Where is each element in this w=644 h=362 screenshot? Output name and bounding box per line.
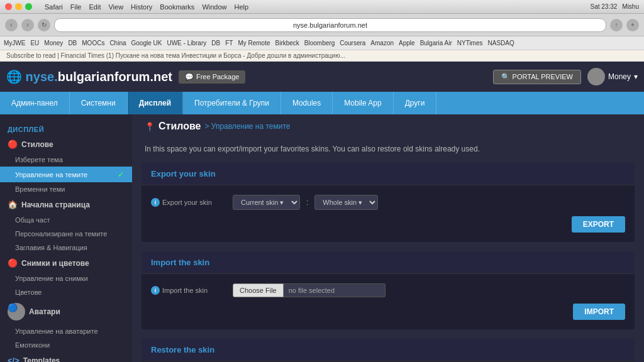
system-user: Mishu: [622, 3, 639, 10]
maximize-button[interactable]: [25, 3, 32, 10]
sidebar-group-homepage[interactable]: 🏠 Начална страница: [0, 196, 132, 213]
sidebar-item-manage-avatars[interactable]: Управление на аватарите: [0, 324, 132, 338]
back-button[interactable]: ‹: [5, 19, 18, 31]
nav-display[interactable]: Дисплей: [128, 92, 183, 114]
sidebar-item-colors[interactable]: Цветове: [0, 285, 132, 299]
export-btn-row: EXPORT: [151, 216, 625, 233]
forward-button[interactable]: ›: [21, 19, 34, 31]
bookmark-bloomberg[interactable]: Bloomberg: [304, 40, 335, 47]
sidebar-item-titles-nav[interactable]: Заглавия & Навигация: [0, 241, 132, 255]
bookmark-coursera[interactable]: Coursera: [340, 40, 365, 47]
code-icon: </>: [8, 356, 19, 362]
free-package-button[interactable]: 💬 Free Package: [179, 70, 245, 84]
menu-help[interactable]: Help: [235, 3, 249, 11]
bookmark-china[interactable]: China: [109, 40, 126, 47]
main-navigation: Админ-панел Системни Дисплей Потребители…: [0, 92, 644, 114]
user-dropdown-icon[interactable]: ▾: [634, 72, 638, 81]
choose-file-button[interactable]: Choose File: [233, 283, 284, 297]
bookmark-db[interactable]: DB: [68, 40, 77, 47]
notification-bar: Subscribe to read | Financial Times (1) …: [0, 50, 644, 62]
bookmark-birkbeck[interactable]: Birkbeck: [275, 40, 299, 47]
sidebar-item-temp-themes[interactable]: Временни теми: [0, 182, 132, 196]
bookmark-ft[interactable]: FT: [225, 40, 233, 47]
bookmark-apple[interactable]: Apple: [399, 40, 415, 47]
logo-text2: bulgarianforum.net: [58, 70, 172, 84]
restore-section: Restore the skin i Възстанови Preview of…: [142, 339, 635, 362]
reload-button[interactable]: ↻: [38, 19, 50, 31]
minimize-button[interactable]: [15, 3, 22, 10]
sidebar-item-general[interactable]: Обща част: [0, 213, 132, 227]
sidebar-group-templates[interactable]: </> Templates: [0, 352, 132, 362]
menu-file[interactable]: File: [70, 3, 82, 11]
home-icon: 🏠: [8, 200, 18, 209]
bookmark-googleuk[interactable]: Google UK: [131, 40, 162, 47]
user-area: Money ▾: [587, 68, 638, 85]
menu-view[interactable]: View: [108, 3, 123, 11]
header-right: 🔍 PORTAL PREVIEW Money ▾: [493, 68, 638, 85]
import-button[interactable]: IMPORT: [573, 304, 625, 320]
avatar: [587, 68, 605, 85]
menu-window[interactable]: Window: [202, 3, 226, 11]
bookmark-db2[interactable]: DB: [211, 40, 220, 47]
bookmark-myremote[interactable]: My Remote: [238, 40, 270, 47]
site-logo: 🌐 nyse.bulgarianforum.net: [6, 69, 172, 84]
close-button[interactable]: [5, 3, 12, 10]
breadcrumb: 📍 Стилове > Управление на темите: [132, 114, 644, 138]
app-menus: Safari File Edit View History Bookmarks …: [45, 3, 248, 11]
export-button[interactable]: EXPORT: [572, 216, 625, 233]
bookmark-moocs[interactable]: MOOCs: [82, 40, 104, 47]
import-section-body: i Import the skin Choose File no file se…: [142, 274, 635, 329]
whole-skin-select[interactable]: Whole skin ▾: [314, 195, 378, 210]
bookmark-bulgariaair[interactable]: Bulgaria Air: [420, 40, 452, 47]
site-header: 🌐 nyse.bulgarianforum.net 💬 Free Package…: [0, 62, 644, 92]
sidebar-item-customize[interactable]: Персонализиране на темите: [0, 227, 132, 241]
share-button[interactable]: ↑: [610, 19, 623, 31]
sidebar-item-manage-themes-label: Управление на темите: [15, 171, 87, 178]
free-package-label: Free Package: [196, 73, 239, 80]
bookmark-eu[interactable]: EU: [30, 40, 39, 47]
sidebar: ДИСПЛЕЙ 🔴 Стилове Изберете тема Управлен…: [0, 114, 132, 362]
titlebar: Safari File Edit View History Bookmarks …: [0, 0, 644, 14]
nav-users[interactable]: Потребители & Групи: [183, 92, 281, 114]
export-section-header: Export your skin: [142, 163, 635, 185]
import-label-text: Import the skin: [162, 287, 208, 294]
sidebar-group-avatars[interactable]: 🔵 Аватари: [0, 299, 132, 324]
portal-preview-button[interactable]: 🔍 PORTAL PREVIEW: [493, 70, 581, 84]
nav-other[interactable]: Други: [394, 92, 437, 114]
sidebar-group-photos[interactable]: 🔴 Снимки и цветове: [0, 255, 132, 272]
breadcrumb-sub: > Управление на темите: [204, 122, 290, 131]
portal-preview-label: PORTAL PREVIEW: [513, 73, 573, 80]
import-label: i Import the skin: [151, 286, 226, 295]
menu-bookmarks[interactable]: Bookmarks: [160, 3, 194, 11]
file-name-display: no file selected: [284, 283, 386, 297]
add-tab-button[interactable]: +: [626, 19, 639, 31]
sidebar-item-manage-themes[interactable]: Управление на темите ✓: [0, 167, 132, 182]
system-time: Sat 23:32: [591, 3, 618, 10]
bookmark-amazon[interactable]: Amazon: [370, 40, 394, 47]
window-controls[interactable]: [5, 3, 32, 10]
nav-modules[interactable]: Modules: [281, 92, 333, 114]
bookmark-money[interactable]: Money: [44, 40, 63, 47]
current-skin-select[interactable]: Current skin ▾: [233, 195, 300, 210]
bookmark-uwe[interactable]: UWE - Library: [167, 40, 206, 47]
menu-history[interactable]: History: [131, 3, 152, 11]
nav-mobile[interactable]: Mobile App: [333, 92, 393, 114]
bookmark-myjwe[interactable]: MyJWE: [4, 40, 25, 47]
sidebar-item-emoticons[interactable]: Емотикони: [0, 338, 132, 352]
menu-edit[interactable]: Edit: [89, 3, 101, 11]
bookmark-nytimes[interactable]: NYTimes: [457, 40, 483, 47]
bookmark-nasdaq[interactable]: NASDAQ: [488, 40, 514, 47]
nav-admin[interactable]: Админ-панел: [0, 92, 70, 114]
menu-safari[interactable]: Safari: [45, 3, 63, 11]
sidebar-section-title: ДИСПЛЕЙ: [0, 121, 132, 136]
export-label-text: Export your skin: [162, 199, 212, 206]
pin-icon: 📍: [145, 122, 155, 131]
sidebar-group-styles[interactable]: 🔴 Стилове: [0, 136, 132, 153]
nav-system[interactable]: Системни: [70, 92, 128, 114]
url-bar[interactable]: [54, 18, 606, 32]
sidebar-item-manage-photos[interactable]: Управление на снимки: [0, 272, 132, 285]
export-section-body: i Export your skin Current skin ▾ : Whol…: [142, 185, 635, 242]
titlebar-right: Sat 23:32 Mishu: [591, 3, 640, 10]
sidebar-item-select-theme[interactable]: Изберете тема: [0, 153, 132, 167]
sidebar-group-avatars-label: Аватари: [29, 307, 60, 316]
